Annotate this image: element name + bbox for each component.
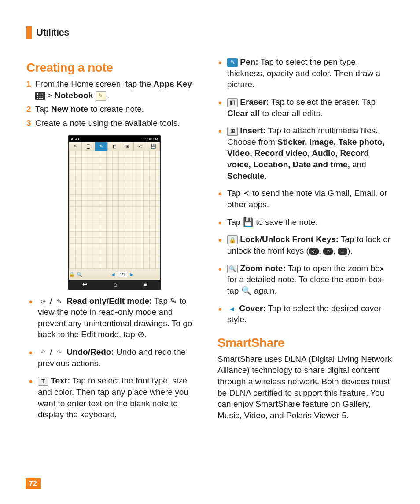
step-text: > [47, 91, 54, 100]
header-accent-bar [26, 26, 32, 39]
menu-key-icon: ≡ [338, 248, 347, 255]
bullet-zoom: 🔍 Zoom note: Tap to open the zoom box fo… [225, 263, 394, 297]
section-header: Utilities [26, 26, 394, 39]
back-key-icon: ◁ [309, 248, 319, 255]
step-number: 2 [26, 103, 33, 115]
cover-icon: ◀ [227, 305, 237, 313]
bullet-pen: ✎ Pen: Tap to select the pen type, thick… [225, 56, 394, 90]
lock-icon: 🔒 [227, 235, 238, 244]
bullet-label: Zoom note: [240, 264, 285, 273]
zoom-icon: 🔍 [227, 265, 238, 273]
toolbar-text-icon: T [82, 142, 95, 151]
bullet-cover: ◀ Cover: Tap to select the desired cover… [225, 303, 394, 325]
phone-bottom-bar: 🔒 🔍 ◀ 1/1 ▶ [69, 270, 160, 280]
eraser-icon: ◧ [227, 98, 238, 107]
pager-label: 1/1 [118, 272, 128, 277]
redo-icon: ↷ [55, 349, 64, 357]
notebook-icon [96, 91, 106, 101]
carrier-label: AT&T [71, 137, 80, 141]
heading-smartshare: SmartShare [217, 336, 394, 350]
bullet-label: Insert: [240, 126, 265, 135]
label-new-note: New note [51, 104, 88, 114]
toolbar-insert-icon: ⊞ [121, 142, 134, 151]
bullet-label: Text: [51, 376, 70, 385]
toolbar-edit-icon: ✎ [69, 142, 82, 151]
back-icon: ↩ [82, 281, 88, 288]
bullet-text: . [264, 171, 266, 180]
bullet-text: Tap 💾 to save the note. [227, 217, 318, 227]
undo-icon: ↶ [38, 349, 48, 357]
step-2: 2 Tap New note to create note. [26, 103, 203, 115]
bullet-label: Read only/Edit mode: [66, 296, 152, 305]
prev-page-icon: ◀ [111, 272, 115, 277]
bullet-text: Tap to select the eraser. Tap [269, 97, 376, 107]
toolbar-eraser-icon: ◧ [108, 142, 121, 151]
clock-label: 11:00 PM [143, 137, 158, 141]
phone-canvas [69, 151, 160, 270]
bullet-label: Undo/Redo: [66, 347, 114, 357]
page-number: 72 [26, 478, 41, 489]
step-text: to create note. [88, 104, 144, 114]
toolbar-save-icon: 💾 [147, 142, 160, 151]
apps-key-icon [35, 92, 45, 100]
header-title: Utilities [36, 27, 69, 38]
toolbar-share-icon: ≺ [134, 142, 147, 151]
phone-nav-bar: ↩ ⌂ ≡ [69, 280, 160, 289]
bullet-insert: ⊞ Insert: Tap to attach multimedia files… [225, 125, 394, 181]
lock-icon: 🔒 [69, 272, 74, 277]
step-text: . [106, 91, 108, 100]
bullet-text: and [350, 160, 366, 169]
step-1: 1 From the Home screen, tap the Apps Key… [26, 78, 203, 101]
bullet-text: to clear all edits. [260, 109, 323, 118]
label-apps-key: Apps Key [153, 79, 192, 88]
bullet-lock: 🔒 Lock/Unlock Front Keys: Tap to lock or… [225, 234, 394, 256]
readonly-icon: ⊘ [38, 298, 48, 305]
toolbar-pen-icon: ✎ [95, 142, 108, 151]
bullet-bold: Clear all [227, 109, 260, 118]
pen-icon: ✎ [227, 58, 238, 67]
bullet-label: Pen: [240, 57, 258, 66]
insert-icon: ⊞ [227, 127, 238, 136]
zoom-icon: 🔍 [77, 272, 82, 277]
home-key-icon: ⌂ [323, 248, 333, 255]
home-icon: ⌂ [114, 281, 117, 288]
menu-icon: ≡ [143, 281, 147, 288]
bullet-eraser: ◧ Eraser: Tap to select the eraser. Tap … [225, 96, 394, 119]
heading-creating-a-note: Creating a note [26, 61, 203, 75]
step-number: 1 [26, 78, 33, 90]
phone-status-bar: AT&T 11:00 PM [69, 136, 160, 142]
edit-icon: ✎ [55, 298, 64, 305]
bullet-undo-redo: ↶ / ↷ Undo/Redo: Undo and redo the previ… [36, 346, 203, 369]
bullet-share: Tap ≺ to send the note via Gmail, Email,… [225, 188, 394, 210]
bullet-save: Tap 💾 to save the note. [225, 217, 394, 228]
step-text: Create a note using the available tools. [35, 118, 203, 129]
bullet-text-tool: T Text: Tap to select the font type, siz… [36, 375, 203, 420]
step-text: Tap [35, 104, 51, 114]
bullet-label: Cover: [239, 304, 265, 313]
next-page-icon: ▶ [130, 272, 133, 277]
bullet-text: ). [347, 246, 353, 255]
left-column: Creating a note 1 From the Home screen, … [26, 56, 203, 427]
text-tool-icon: T [38, 377, 48, 386]
embedded-screenshot: AT&T 11:00 PM ✎ T ✎ ◧ ⊞ ≺ 💾 🔒 🔍 [68, 135, 161, 290]
label-notebook: Notebook [55, 91, 93, 100]
bullet-text: Tap ≺ to send the note via Gmail, Email,… [227, 188, 387, 209]
phone-toolbar: ✎ T ✎ ◧ ⊞ ≺ 💾 [69, 142, 160, 151]
bullet-read-only: ⊘ / ✎ Read only/Edit mode: Tap ✎ to view… [36, 295, 203, 341]
step-number: 3 [26, 118, 33, 129]
bullet-label: Eraser: [240, 97, 269, 107]
step-text: From the Home screen, tap the [35, 79, 153, 88]
bullet-label: Lock/Unlock Front Keys: [240, 235, 339, 244]
bullet-bold: Schedule [227, 171, 264, 180]
step-3: 3 Create a note using the available tool… [26, 118, 203, 129]
smartshare-paragraph: SmartShare uses DLNA (Digital Living Net… [217, 353, 394, 421]
right-column: ✎ Pen: Tap to select the pen type, thick… [217, 56, 394, 427]
